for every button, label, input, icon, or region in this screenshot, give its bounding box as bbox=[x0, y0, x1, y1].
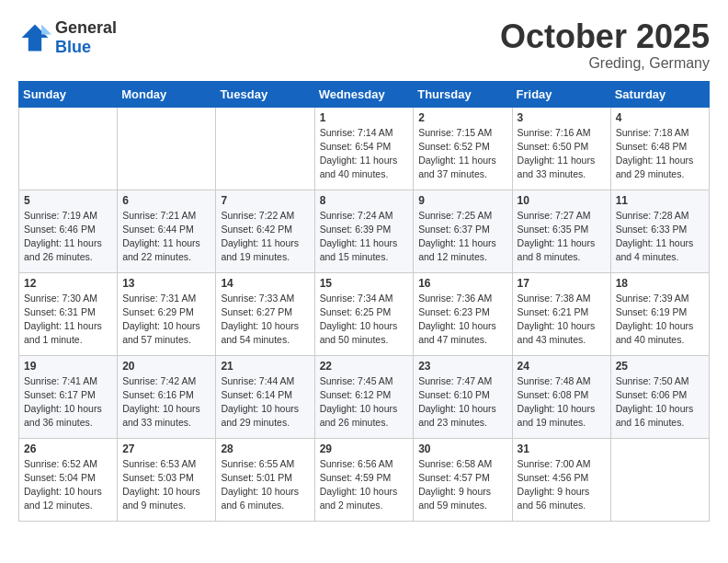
svg-marker-1 bbox=[41, 25, 51, 35]
day-info: Sunrise: 7:19 AM Sunset: 6:46 PM Dayligh… bbox=[24, 209, 112, 265]
day-number: 30 bbox=[418, 442, 506, 455]
weekday-header-wednesday: Wednesday bbox=[314, 81, 414, 107]
calendar-cell: 18Sunrise: 7:39 AM Sunset: 6:19 PM Dayli… bbox=[610, 272, 709, 355]
calendar-cell: 8Sunrise: 7:24 AM Sunset: 6:39 PM Daylig… bbox=[314, 190, 414, 272]
day-info: Sunrise: 7:38 AM Sunset: 6:21 PM Dayligh… bbox=[518, 292, 606, 348]
calendar-cell: 22Sunrise: 7:45 AM Sunset: 6:12 PM Dayli… bbox=[314, 355, 414, 438]
day-number: 6 bbox=[122, 194, 210, 207]
calendar-cell: 4Sunrise: 7:18 AM Sunset: 6:48 PM Daylig… bbox=[610, 107, 709, 190]
day-info: Sunrise: 7:22 AM Sunset: 6:42 PM Dayligh… bbox=[221, 209, 309, 265]
calendar-cell bbox=[610, 438, 709, 521]
day-info: Sunrise: 6:55 AM Sunset: 5:01 PM Dayligh… bbox=[221, 457, 309, 513]
day-number: 7 bbox=[221, 194, 309, 207]
day-info: Sunrise: 7:24 AM Sunset: 6:39 PM Dayligh… bbox=[320, 209, 409, 265]
calendar-cell: 3Sunrise: 7:16 AM Sunset: 6:50 PM Daylig… bbox=[512, 107, 610, 190]
day-info: Sunrise: 7:25 AM Sunset: 6:37 PM Dayligh… bbox=[418, 209, 506, 265]
calendar-cell: 7Sunrise: 7:22 AM Sunset: 6:42 PM Daylig… bbox=[216, 190, 314, 272]
day-info: Sunrise: 7:16 AM Sunset: 6:50 PM Dayligh… bbox=[518, 126, 606, 182]
calendar-cell: 10Sunrise: 7:27 AM Sunset: 6:35 PM Dayli… bbox=[512, 190, 610, 272]
day-info: Sunrise: 7:31 AM Sunset: 6:29 PM Dayligh… bbox=[122, 292, 210, 348]
day-info: Sunrise: 7:50 AM Sunset: 6:06 PM Dayligh… bbox=[616, 374, 704, 431]
day-info: Sunrise: 7:47 AM Sunset: 6:10 PM Dayligh… bbox=[418, 374, 506, 431]
day-number: 10 bbox=[518, 194, 606, 207]
calendar-cell: 31Sunrise: 7:00 AM Sunset: 4:56 PM Dayli… bbox=[512, 438, 610, 521]
calendar-cell: 14Sunrise: 7:33 AM Sunset: 6:27 PM Dayli… bbox=[216, 272, 314, 355]
weekday-header-monday: Monday bbox=[118, 81, 216, 107]
day-number: 28 bbox=[221, 442, 309, 455]
calendar-cell: 30Sunrise: 6:58 AM Sunset: 4:57 PM Dayli… bbox=[414, 438, 512, 521]
calendar-cell bbox=[216, 107, 314, 190]
weekday-header-saturday: Saturday bbox=[610, 81, 709, 107]
logo-general: General bbox=[55, 18, 117, 37]
day-info: Sunrise: 7:18 AM Sunset: 6:48 PM Dayligh… bbox=[616, 126, 704, 182]
day-number: 29 bbox=[320, 442, 409, 455]
day-number: 4 bbox=[616, 111, 704, 124]
day-number: 16 bbox=[418, 277, 506, 290]
day-info: Sunrise: 7:33 AM Sunset: 6:27 PM Dayligh… bbox=[221, 292, 309, 348]
calendar-cell: 17Sunrise: 7:38 AM Sunset: 6:21 PM Dayli… bbox=[512, 272, 610, 355]
weekday-header-sunday: Sunday bbox=[19, 81, 118, 107]
calendar-cell: 27Sunrise: 6:53 AM Sunset: 5:03 PM Dayli… bbox=[118, 438, 216, 521]
day-info: Sunrise: 7:15 AM Sunset: 6:52 PM Dayligh… bbox=[418, 126, 506, 182]
day-number: 5 bbox=[24, 194, 112, 207]
calendar-cell: 5Sunrise: 7:19 AM Sunset: 6:46 PM Daylig… bbox=[19, 190, 118, 272]
calendar-cell: 26Sunrise: 6:52 AM Sunset: 5:04 PM Dayli… bbox=[19, 438, 118, 521]
weekday-header-row: SundayMondayTuesdayWednesdayThursdayFrid… bbox=[19, 81, 710, 107]
month-title: October 2025 bbox=[500, 18, 710, 55]
calendar-cell: 20Sunrise: 7:42 AM Sunset: 6:16 PM Dayli… bbox=[118, 355, 216, 438]
calendar-week-2: 5Sunrise: 7:19 AM Sunset: 6:46 PM Daylig… bbox=[19, 190, 710, 272]
day-info: Sunrise: 7:39 AM Sunset: 6:19 PM Dayligh… bbox=[616, 292, 704, 348]
day-info: Sunrise: 7:48 AM Sunset: 6:08 PM Dayligh… bbox=[518, 374, 606, 431]
calendar-cell: 28Sunrise: 6:55 AM Sunset: 5:01 PM Dayli… bbox=[216, 438, 314, 521]
day-info: Sunrise: 7:36 AM Sunset: 6:23 PM Dayligh… bbox=[418, 292, 506, 348]
day-info: Sunrise: 6:52 AM Sunset: 5:04 PM Dayligh… bbox=[24, 457, 112, 513]
calendar-cell: 29Sunrise: 6:56 AM Sunset: 4:59 PM Dayli… bbox=[314, 438, 414, 521]
calendar-cell: 25Sunrise: 7:50 AM Sunset: 6:06 PM Dayli… bbox=[610, 355, 709, 438]
day-number: 3 bbox=[518, 111, 606, 124]
day-number: 22 bbox=[320, 360, 409, 373]
calendar-cell: 13Sunrise: 7:31 AM Sunset: 6:29 PM Dayli… bbox=[118, 272, 216, 355]
day-number: 1 bbox=[320, 111, 409, 124]
day-info: Sunrise: 7:42 AM Sunset: 6:16 PM Dayligh… bbox=[122, 374, 210, 431]
day-number: 12 bbox=[24, 277, 112, 290]
day-number: 13 bbox=[122, 277, 210, 290]
calendar-cell: 16Sunrise: 7:36 AM Sunset: 6:23 PM Dayli… bbox=[414, 272, 512, 355]
day-info: Sunrise: 6:53 AM Sunset: 5:03 PM Dayligh… bbox=[122, 457, 210, 513]
calendar-week-4: 19Sunrise: 7:41 AM Sunset: 6:17 PM Dayli… bbox=[19, 355, 710, 438]
day-number: 11 bbox=[616, 194, 704, 207]
calendar-cell bbox=[19, 107, 118, 190]
day-number: 27 bbox=[122, 442, 210, 455]
calendar-cell: 15Sunrise: 7:34 AM Sunset: 6:25 PM Dayli… bbox=[314, 272, 414, 355]
day-number: 18 bbox=[616, 277, 704, 290]
day-number: 25 bbox=[616, 360, 704, 373]
calendar-cell: 24Sunrise: 7:48 AM Sunset: 6:08 PM Dayli… bbox=[512, 355, 610, 438]
day-number: 20 bbox=[122, 360, 210, 373]
day-info: Sunrise: 7:28 AM Sunset: 6:33 PM Dayligh… bbox=[616, 209, 704, 265]
day-number: 8 bbox=[320, 194, 409, 207]
calendar-week-1: 1Sunrise: 7:14 AM Sunset: 6:54 PM Daylig… bbox=[19, 107, 710, 190]
calendar-cell: 21Sunrise: 7:44 AM Sunset: 6:14 PM Dayli… bbox=[216, 355, 314, 438]
day-info: Sunrise: 7:34 AM Sunset: 6:25 PM Dayligh… bbox=[320, 292, 409, 348]
weekday-header-friday: Friday bbox=[512, 81, 610, 107]
calendar-cell: 12Sunrise: 7:30 AM Sunset: 6:31 PM Dayli… bbox=[19, 272, 118, 355]
calendar-cell: 9Sunrise: 7:25 AM Sunset: 6:37 PM Daylig… bbox=[414, 190, 512, 272]
calendar-week-5: 26Sunrise: 6:52 AM Sunset: 5:04 PM Dayli… bbox=[19, 438, 710, 521]
calendar-cell: 19Sunrise: 7:41 AM Sunset: 6:17 PM Dayli… bbox=[19, 355, 118, 438]
logo-text: General Blue bbox=[55, 18, 117, 57]
calendar-table: SundayMondayTuesdayWednesdayThursdayFrid… bbox=[18, 81, 710, 522]
day-number: 26 bbox=[24, 442, 112, 455]
day-number: 14 bbox=[221, 277, 309, 290]
day-info: Sunrise: 6:58 AM Sunset: 4:57 PM Dayligh… bbox=[418, 457, 506, 513]
day-number: 9 bbox=[418, 194, 506, 207]
day-number: 19 bbox=[24, 360, 112, 373]
day-number: 17 bbox=[518, 277, 606, 290]
page-header: General Blue October 2025 Greding, Germa… bbox=[18, 18, 710, 72]
calendar-cell: 11Sunrise: 7:28 AM Sunset: 6:33 PM Dayli… bbox=[610, 190, 709, 272]
calendar-cell: 23Sunrise: 7:47 AM Sunset: 6:10 PM Dayli… bbox=[414, 355, 512, 438]
day-info: Sunrise: 7:45 AM Sunset: 6:12 PM Dayligh… bbox=[320, 374, 409, 431]
day-info: Sunrise: 7:41 AM Sunset: 6:17 PM Dayligh… bbox=[24, 374, 112, 431]
calendar-cell: 2Sunrise: 7:15 AM Sunset: 6:52 PM Daylig… bbox=[414, 107, 512, 190]
calendar-week-3: 12Sunrise: 7:30 AM Sunset: 6:31 PM Dayli… bbox=[19, 272, 710, 355]
day-number: 31 bbox=[518, 442, 606, 455]
day-number: 24 bbox=[518, 360, 606, 373]
